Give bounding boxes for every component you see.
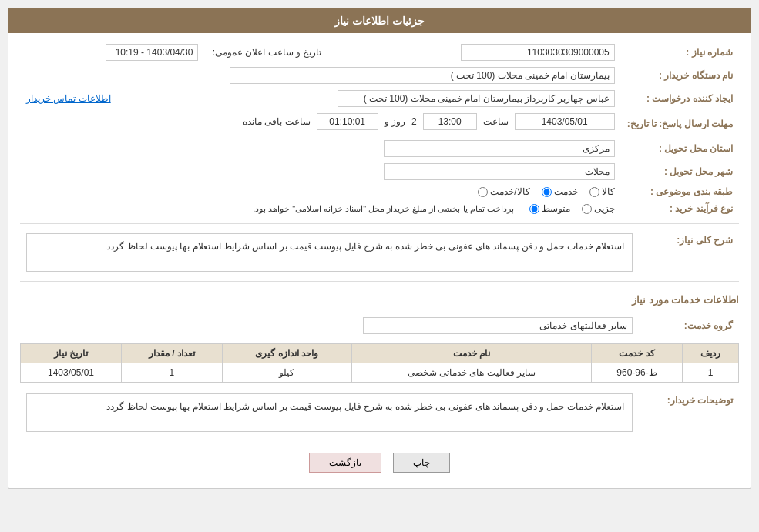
divider-1	[20, 223, 739, 224]
radio-mota[interactable]	[529, 204, 539, 214]
radio-kala[interactable]	[589, 187, 599, 197]
label-purchase-type: نوع فرآیند خرید :	[621, 200, 739, 217]
radio-khedmat-label: خدمت	[554, 186, 578, 197]
label-category: طبقه بندی موضوعی :	[621, 183, 739, 200]
label-service-group: گروه خدمت:	[639, 314, 739, 337]
bottom-buttons: چاپ بازگشت	[20, 441, 739, 480]
purchase-type-radio-mota[interactable]: متوسط	[529, 203, 570, 214]
cell-service-code: ط-96-960	[592, 363, 683, 383]
label-buyer-description: توضیحات خریدار:	[639, 390, 739, 435]
basic-info-table: شماره نیاز : 1103030309000005 تاریخ و سا…	[20, 41, 739, 217]
purchase-type-note: پرداخت تمام یا بخشی از مبلغ خریداز محل "…	[253, 204, 514, 214]
service-group-table: گروه خدمت: سایر فعالیتهای خدماتی	[20, 314, 739, 337]
announce-date-value: 1403/04/30 - 10:19	[106, 44, 198, 61]
deadline-days-value: 2	[411, 116, 417, 127]
service-group-value: سایر فعالیتهای خدماتی	[363, 317, 633, 334]
radio-kala-khedmat[interactable]	[478, 187, 488, 197]
purchase-type-radio-jozii[interactable]: جزیی	[582, 203, 615, 214]
deadline-days-label: روز و	[385, 116, 405, 127]
back-button[interactable]: بازگشت	[309, 453, 381, 473]
cell-quantity: 1	[121, 363, 222, 383]
col-row-num: ردیف	[682, 344, 738, 363]
buyer-description-table: توضیحات خریدار: استعلام خدمات حمل و دفن …	[20, 390, 739, 435]
label-announce-date: تاریخ و ساعت اعلان عمومی:	[204, 41, 327, 64]
buyer-description-cell: استعلام خدمات حمل و دفن پسماند های عفونی…	[20, 390, 639, 435]
label-requester: ایجاد کننده درخواست :	[621, 87, 739, 110]
category-radio-kala-khedmat[interactable]: کالا/خدمت	[478, 186, 529, 197]
buyer-description-value: استعلام خدمات حمل و دفن پسماند های عفونی…	[26, 393, 633, 432]
category-cell: کالا خدمت کالا/خدمت	[20, 183, 621, 200]
description-cell: استعلام خدمات حمل و دفن پسماند های عفونی…	[20, 230, 639, 275]
deadline-time-label: ساعت	[483, 116, 509, 127]
category-radio-khedmat[interactable]: خدمت	[542, 186, 578, 197]
request-number-value: 1103030309000005	[461, 44, 615, 61]
radio-khedmat[interactable]	[542, 187, 552, 197]
label-city: شهر محل تحویل :	[621, 160, 739, 183]
label-description: شرح کلی نیاز:	[639, 230, 739, 275]
radio-jozii[interactable]	[582, 204, 592, 214]
deadline-date-value: 1403/05/01	[515, 113, 615, 130]
radio-jozii-label: جزیی	[594, 203, 615, 214]
deadline-time-value: 13:00	[423, 113, 477, 130]
label-buyer-org: نام دستگاه خریدار :	[621, 64, 739, 87]
province-cell: مرکزی	[20, 137, 621, 160]
request-number-cell: 1103030309000005	[327, 41, 620, 64]
announce-date-cell: 1403/04/30 - 10:19	[20, 41, 204, 64]
divider-2	[20, 281, 739, 282]
buyer-org-cell: بیمارستان امام خمینی محلات (100 تخت )	[20, 64, 621, 87]
cell-row-num: 1	[682, 363, 738, 383]
description-value: استعلام خدمات حمل و دفن پسماند های عفونی…	[26, 233, 633, 272]
cell-unit: کیلو	[222, 363, 351, 383]
category-radio-kala[interactable]: کالا	[589, 186, 615, 197]
print-button[interactable]: چاپ	[393, 453, 450, 473]
radio-mota-label: متوسط	[542, 203, 570, 214]
cell-date: 1403/05/01	[21, 363, 122, 383]
services-section-title: اطلاعات خدمات مورد نیاز	[20, 288, 739, 309]
requester-link-cell[interactable]: اطلاعات تماس خریدار	[20, 87, 204, 110]
city-value: محلات	[384, 163, 615, 180]
label-request-number: شماره نیاز :	[621, 41, 739, 64]
services-table: ردیف کد خدمت نام خدمت واحد اندازه گیری ت…	[20, 343, 739, 383]
requester-cell: عباس چهاربر کاربرداز بیمارستان امام خمین…	[204, 87, 620, 110]
requester-contact-link[interactable]: اطلاعات تماس خریدار	[26, 93, 111, 104]
label-province: استان محل تحویل :	[621, 137, 739, 160]
table-row: 1 ط-96-960 سایر فعالیت های خدماتی شخصی ک…	[21, 363, 739, 383]
province-value: مرکزی	[384, 140, 615, 157]
deadline-cell: 1403/05/01 ساعت 13:00 2 روز و 01:10:01 س…	[20, 110, 621, 137]
col-unit: واحد اندازه گیری	[222, 344, 351, 363]
radio-kala-khedmat-label: کالا/خدمت	[490, 186, 529, 197]
label-deadline: مهلت ارسال پاسخ: تا تاریخ:	[621, 110, 739, 137]
service-group-cell: سایر فعالیتهای خدماتی	[20, 314, 639, 337]
purchase-type-cell: جزیی متوسط پرداخت تمام یا بخشی از مبلغ خ…	[20, 200, 621, 217]
requester-value: عباس چهاربر کاربرداز بیمارستان امام خمین…	[338, 90, 615, 107]
cell-service-name: سایر فعالیت های خدماتی شخصی	[351, 363, 592, 383]
city-cell: محلات	[20, 160, 621, 183]
col-date: تاریخ نیاز	[21, 344, 122, 363]
buyer-org-value: بیمارستان امام خمینی محلات (100 تخت )	[230, 67, 615, 84]
description-table: شرح کلی نیاز: استعلام خدمات حمل و دفن پس…	[20, 230, 739, 275]
page-title: جزئیات اطلاعات نیاز	[8, 8, 751, 33]
col-quantity: تعداد / مقدار	[121, 344, 222, 363]
col-service-name: نام خدمت	[351, 344, 592, 363]
deadline-remaining-value: 01:10:01	[317, 113, 378, 130]
col-service-code: کد خدمت	[592, 344, 683, 363]
radio-kala-label: کالا	[602, 186, 615, 197]
deadline-remaining-label: ساعت باقی مانده	[243, 116, 311, 127]
